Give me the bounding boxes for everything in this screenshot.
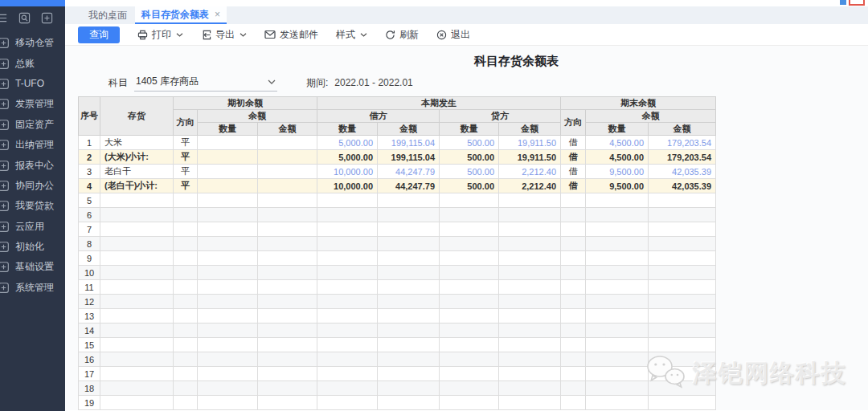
cell-debit_qty[interactable]: 5,000.00 xyxy=(317,136,378,150)
cell-seq: 7 xyxy=(79,222,100,237)
cell-empty xyxy=(258,381,317,396)
cell-empty xyxy=(100,237,174,251)
table-row: 1大米平5,000.00199,115.04500.0019,911.50借4,… xyxy=(79,136,716,150)
cell-debit_amount[interactable]: 44,247.79 xyxy=(378,165,440,179)
sidebar-item-11[interactable]: 基础设置 xyxy=(0,257,65,277)
cell-empty xyxy=(258,338,317,352)
menu-lines-icon[interactable] xyxy=(0,12,8,24)
cell-empty xyxy=(378,295,440,309)
sidebar-item-5[interactable]: 出纳管理 xyxy=(0,135,65,155)
cell-empty xyxy=(100,222,174,237)
query-button[interactable]: 查询 xyxy=(78,26,120,43)
tab-label: 科目存货余额表 xyxy=(141,8,209,22)
module-icon xyxy=(0,98,10,110)
cell-end_qty[interactable]: 4,500.00 xyxy=(586,136,649,150)
sidebar-item-label: 固定资产 xyxy=(15,118,54,132)
cell-empty xyxy=(586,367,649,381)
report-content: 科目存货余额表 科目 1405 库存商品 期间: 2022.01 - 2022.… xyxy=(65,46,868,410)
cell-empty xyxy=(174,381,198,396)
send-mail-button[interactable]: 发送邮件 xyxy=(264,28,318,42)
cell-empty xyxy=(198,251,258,266)
style-button[interactable]: 样式 xyxy=(336,28,367,42)
page-title: 科目存货余额表 xyxy=(65,46,868,69)
cell-end_amount[interactable]: 42,035.39 xyxy=(649,165,716,179)
cell-credit_amount[interactable]: 2,212.40 xyxy=(499,165,561,179)
print-button[interactable]: 打印 xyxy=(137,28,183,42)
cell-end_qty[interactable]: 9,500.00 xyxy=(586,165,649,179)
sidebar-item-2[interactable]: T-UFO xyxy=(0,74,65,94)
cell-empty xyxy=(100,396,174,410)
table-row-empty: 12 xyxy=(79,295,716,309)
subject-label: 科目 xyxy=(108,76,128,90)
cell-empty xyxy=(561,396,586,410)
cell-empty xyxy=(100,309,174,324)
cell-empty xyxy=(174,324,198,338)
table-row-empty: 7 xyxy=(79,222,716,237)
exit-button[interactable]: 退出 xyxy=(436,28,470,42)
cell-empty xyxy=(198,280,258,295)
cell-credit_qty[interactable]: 500.00 xyxy=(440,165,499,179)
sidebar-item-7[interactable]: 协同办公 xyxy=(0,176,65,196)
module-icon xyxy=(0,139,10,151)
cell-empty xyxy=(378,222,440,237)
cell-empty xyxy=(561,222,586,237)
sidebar-item-8[interactable]: 我要贷款 xyxy=(0,196,65,216)
sidebar-item-6[interactable]: 报表中心 xyxy=(0,155,65,175)
module-icon xyxy=(0,180,10,192)
cell-empty xyxy=(317,222,378,237)
cell-empty xyxy=(100,352,174,367)
close-icon[interactable]: × xyxy=(215,9,220,20)
export-button[interactable]: 导出 xyxy=(201,28,247,42)
tab-subject-inventory-balance[interactable]: 科目存货余额表 × xyxy=(135,6,227,24)
subject-select[interactable]: 1405 库存商品 xyxy=(134,74,277,92)
sidebar-item-label: 报表中心 xyxy=(15,159,54,173)
sidebar-item-4[interactable]: 固定资产 xyxy=(0,115,65,135)
cell-debit_qty: 5,000.00 xyxy=(317,150,378,165)
table-row-empty: 16 xyxy=(79,352,716,367)
tab-label: 我的桌面 xyxy=(88,9,127,22)
sidebar-item-10[interactable]: 初始化 xyxy=(0,237,65,257)
sidebar-item-label: 基础设置 xyxy=(15,260,54,274)
cell-seq: 8 xyxy=(79,237,100,251)
sidebar-item-3[interactable]: 发票管理 xyxy=(0,94,65,114)
sidebar-item-1[interactable]: 总账 xyxy=(0,53,65,73)
header-seq: 序号 xyxy=(79,97,100,136)
cell-empty xyxy=(198,237,258,251)
cell-debit_qty[interactable]: 10,000.00 xyxy=(317,165,378,179)
cell-empty xyxy=(258,193,317,208)
cell-empty xyxy=(649,222,716,237)
sidebar-item-12[interactable]: 系统管理 xyxy=(0,278,65,298)
cell-empty xyxy=(586,280,649,295)
cell-empty xyxy=(440,222,499,237)
cell-seq: 17 xyxy=(79,367,100,381)
cell-empty xyxy=(649,280,716,295)
search-window-icon[interactable] xyxy=(18,12,31,24)
cell-credit_amount: 19,911.50 xyxy=(499,150,561,165)
cell-empty xyxy=(317,338,378,352)
cell-debit_amount[interactable]: 199,115.04 xyxy=(378,136,440,150)
cell-empty xyxy=(317,324,378,338)
header-debit: 借方 xyxy=(317,110,440,123)
cell-empty xyxy=(440,367,499,381)
cell-empty xyxy=(198,208,258,222)
sidebar-item-0[interactable]: 移动仓管 xyxy=(0,33,65,53)
cell-empty xyxy=(100,367,174,381)
cell-credit_amount[interactable]: 19,911.50 xyxy=(499,136,561,150)
new-window-icon[interactable] xyxy=(41,12,53,24)
table-row-empty: 20 xyxy=(79,410,716,411)
cell-empty xyxy=(649,237,716,251)
module-icon xyxy=(0,261,10,273)
cell-seq: 19 xyxy=(79,396,100,410)
cell-credit_qty: 500.00 xyxy=(440,150,499,165)
cell-credit_qty[interactable]: 500.00 xyxy=(440,136,499,150)
module-icon xyxy=(0,200,10,212)
tab-my-desktop[interactable]: 我的桌面 xyxy=(80,6,135,24)
main-area: 我的桌面 科目存货余额表 × 查询 打印 xyxy=(65,0,868,411)
cell-empty xyxy=(378,237,440,251)
sidebar-item-9[interactable]: 云应用 xyxy=(0,217,65,237)
cell-end_amount[interactable]: 179,203.54 xyxy=(649,136,716,150)
table-row-empty: 10 xyxy=(79,266,716,280)
cell-end_direction: 借 xyxy=(561,165,586,179)
cell-empty xyxy=(586,237,649,251)
refresh-button[interactable]: 刷新 xyxy=(385,28,419,42)
